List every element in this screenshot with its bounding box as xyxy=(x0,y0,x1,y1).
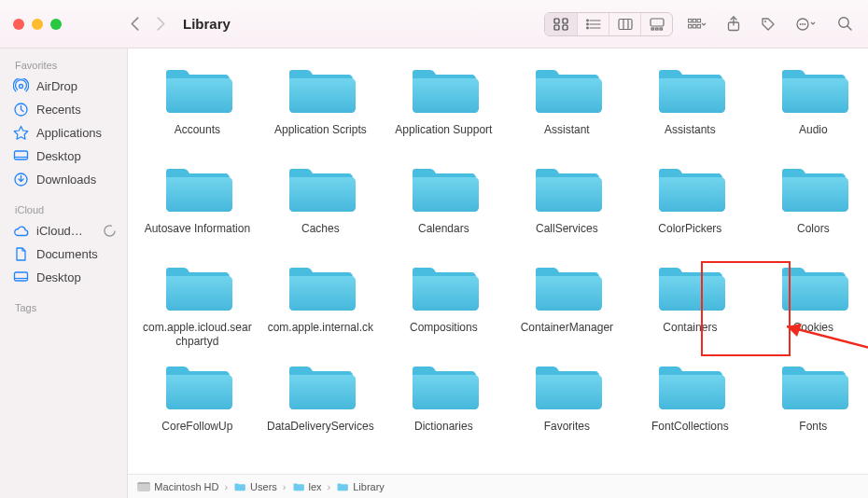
sidebar-heading: Favorites xyxy=(0,56,127,75)
sidebar-item-applications[interactable]: Applications xyxy=(0,121,127,145)
view-column-button[interactable] xyxy=(609,13,640,35)
chevron-right-icon: › xyxy=(283,481,287,492)
folder-item[interactable]: FontCollections xyxy=(634,358,746,448)
pathbar-crumb[interactable]: Library xyxy=(336,481,385,492)
forward-button[interactable] xyxy=(157,17,166,32)
chevron-right-icon: › xyxy=(328,481,331,492)
folder-icon xyxy=(233,482,246,491)
svg-rect-13 xyxy=(651,19,664,26)
group-by-button[interactable] xyxy=(688,18,707,31)
window-controls xyxy=(0,19,131,30)
svg-rect-3 xyxy=(563,25,567,30)
folder-label: DataDeliveryServices xyxy=(264,420,376,448)
zoom-window-button[interactable] xyxy=(50,19,62,30)
folder-item[interactable]: Compositions xyxy=(387,259,499,349)
folder-icon xyxy=(284,160,357,216)
svg-rect-14 xyxy=(651,28,654,30)
folder-item[interactable]: com.apple.icloud.searchpartyd xyxy=(141,259,253,349)
svg-rect-1 xyxy=(563,19,567,23)
folder-item[interactable]: Favorites xyxy=(511,358,623,448)
sidebar: Favorites AirDrop Recents Applications D… xyxy=(0,48,128,498)
view-icon-button[interactable] xyxy=(545,13,577,35)
svg-point-28 xyxy=(805,23,806,25)
back-button[interactable] xyxy=(131,17,140,32)
pathbar: Macintosh HD › Users › lex › Library xyxy=(128,474,868,498)
svg-rect-33 xyxy=(15,151,28,159)
minimize-window-button[interactable] xyxy=(32,19,43,30)
folder-item[interactable]: DataDeliveryServices xyxy=(264,358,376,448)
sidebar-item-icloud-desktop[interactable]: Desktop xyxy=(0,266,127,289)
folder-item[interactable]: ColorPickers xyxy=(634,160,746,250)
tags-button[interactable] xyxy=(761,17,776,32)
folder-item[interactable]: Assistants xyxy=(634,62,746,151)
sidebar-item-recents[interactable]: Recents xyxy=(0,98,127,121)
folder-item[interactable]: Accounts xyxy=(141,62,253,151)
folder-label: com.apple.internal.ck xyxy=(264,321,376,349)
folder-item[interactable]: com.apple.internal.ck xyxy=(264,259,376,349)
folder-label: Autosave Information xyxy=(141,222,253,250)
folder-item[interactable]: ContainerManager xyxy=(511,259,623,349)
folder-item[interactable]: CoreFollowUp xyxy=(141,358,253,448)
folder-icon xyxy=(777,259,849,315)
svg-point-27 xyxy=(802,23,804,25)
svg-rect-22 xyxy=(697,24,700,27)
sidebar-item-documents[interactable]: Documents xyxy=(0,242,127,266)
folder-icon xyxy=(530,358,603,414)
folder-label: Calendars xyxy=(387,222,499,250)
svg-rect-15 xyxy=(655,28,658,30)
close-window-button[interactable] xyxy=(13,19,24,30)
svg-rect-19 xyxy=(697,19,700,21)
folder-item[interactable]: CallServices xyxy=(511,160,623,250)
sidebar-item-label: Downloads xyxy=(36,173,118,187)
sidebar-item-label: Applications xyxy=(36,126,118,140)
clock-icon xyxy=(13,102,29,118)
sidebar-item-label: Recents xyxy=(36,103,118,117)
desktop-icon xyxy=(13,148,29,164)
folder-icon xyxy=(530,62,603,118)
folder-icon xyxy=(530,160,603,216)
svg-rect-37 xyxy=(15,272,28,281)
folder-item[interactable]: Autosave Information xyxy=(141,160,253,250)
pathbar-crumb[interactable]: lex xyxy=(292,481,322,492)
folder-icon xyxy=(161,358,233,414)
search-button[interactable] xyxy=(837,16,853,32)
sidebar-item-airdrop[interactable]: AirDrop xyxy=(0,75,127,98)
svg-point-31 xyxy=(20,85,23,89)
doc-icon xyxy=(13,246,29,262)
sidebar-item-desktop[interactable]: Desktop xyxy=(0,145,127,168)
folder-icon xyxy=(284,358,357,414)
folder-icon xyxy=(653,160,726,216)
folder-item[interactable]: Fonts xyxy=(757,358,868,448)
folder-icon xyxy=(407,259,480,315)
folder-label: Colors xyxy=(757,222,868,250)
svg-rect-16 xyxy=(660,28,663,30)
sidebar-item-label: Desktop xyxy=(36,149,118,163)
folder-icon xyxy=(161,62,233,118)
share-button[interactable] xyxy=(727,16,740,32)
action-menu-button[interactable] xyxy=(796,17,817,32)
folder-item[interactable]: Assistant xyxy=(511,62,623,151)
folder-item[interactable]: Dictionaries xyxy=(387,358,499,448)
folder-item[interactable]: Containers xyxy=(634,259,746,349)
view-gallery-button[interactable] xyxy=(640,13,672,35)
sidebar-section-tags: Tags xyxy=(0,298,127,317)
folder-icon xyxy=(653,358,726,414)
folder-item[interactable]: Calendars xyxy=(387,160,499,250)
folder-item[interactable]: Cookies xyxy=(757,259,868,349)
pathbar-crumb[interactable]: Users xyxy=(233,481,277,492)
view-list-button[interactable] xyxy=(577,13,609,35)
desktop-icon xyxy=(13,270,29,285)
folder-item[interactable]: Caches xyxy=(264,160,376,250)
folder-item[interactable]: Colors xyxy=(757,160,868,250)
folder-item[interactable]: Audio xyxy=(757,62,868,151)
folder-icon xyxy=(407,160,480,216)
pathbar-label: Macintosh HD xyxy=(154,481,218,492)
folder-icon xyxy=(161,160,233,216)
folder-item[interactable]: Application Scripts xyxy=(264,62,376,151)
sidebar-item-icloud-drive[interactable]: iCloud… xyxy=(0,219,127,242)
window-title: Library xyxy=(183,16,231,32)
folder-item[interactable]: Application Support xyxy=(387,62,499,151)
pathbar-crumb-root[interactable]: Macintosh HD xyxy=(137,481,218,492)
svg-point-9 xyxy=(586,27,588,29)
sidebar-item-downloads[interactable]: Downloads xyxy=(0,168,127,191)
